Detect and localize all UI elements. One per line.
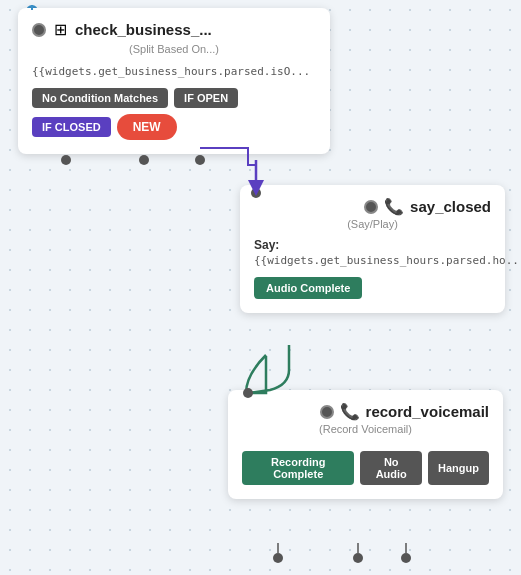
record-dot-1 xyxy=(273,553,283,563)
record-node-title: record_voicemail xyxy=(366,403,489,420)
no-condition-button[interactable]: No Condition Matches xyxy=(32,88,168,108)
if-open-button[interactable]: IF OPEN xyxy=(174,88,238,108)
recording-complete-button[interactable]: Recording Complete xyxy=(242,451,354,485)
node-status-dot xyxy=(32,23,46,37)
check-node-title: check_business_... xyxy=(75,21,212,38)
record-node-buttons: Recording Complete No Audio Hangup xyxy=(242,451,489,485)
connector-dot-if-closed xyxy=(195,155,205,165)
if-closed-path xyxy=(200,148,256,188)
check-node-buttons: No Condition Matches IF OPEN IF CLOSED N… xyxy=(32,88,316,140)
check-node-subtitle: (Split Based On...) xyxy=(32,43,316,55)
green-fork xyxy=(248,345,289,393)
new-condition-button[interactable]: NEW xyxy=(117,114,177,140)
audio-complete-connector xyxy=(250,356,266,393)
hangup-button[interactable]: Hangup xyxy=(428,451,489,485)
say-node-header: 📞 say_closed xyxy=(254,197,491,216)
record-status-dot xyxy=(320,405,334,419)
check-node-code: {{widgets.get_business_hours.parsed.isO.… xyxy=(32,63,316,88)
connector-dot-if-open xyxy=(139,155,149,165)
record-node-subtitle: (Record Voicemail) xyxy=(242,423,489,435)
say-code: {{widgets.get_business_hours.parsed.ho..… xyxy=(254,254,491,267)
say-node-title: say_closed xyxy=(410,198,491,215)
say-label: Say: xyxy=(254,238,491,252)
audio-complete-button[interactable]: Audio Complete xyxy=(254,277,362,299)
record-dot-3 xyxy=(401,553,411,563)
no-audio-button[interactable]: No Audio xyxy=(360,451,422,485)
say-icon: 📞 xyxy=(384,197,404,216)
check-business-node: ⊞ check_business_... (Split Based On...)… xyxy=(18,8,330,154)
record-node-header: 📞 record_voicemail xyxy=(242,402,489,421)
connector-dot-no-condition xyxy=(61,155,71,165)
say-closed-node: 📞 say_closed (Say/Play) Say: {{widgets.g… xyxy=(240,185,505,313)
if-closed-button[interactable]: IF CLOSED xyxy=(32,117,111,137)
record-dot-2 xyxy=(353,553,363,563)
record-icon: 📞 xyxy=(340,402,360,421)
audio-to-record-connector xyxy=(246,355,266,393)
say-node-subtitle: (Say/Play) xyxy=(254,218,491,230)
record-voicemail-node: 📞 record_voicemail (Record Voicemail) Re… xyxy=(228,390,503,499)
split-icon: ⊞ xyxy=(54,20,67,39)
say-status-dot xyxy=(364,200,378,214)
